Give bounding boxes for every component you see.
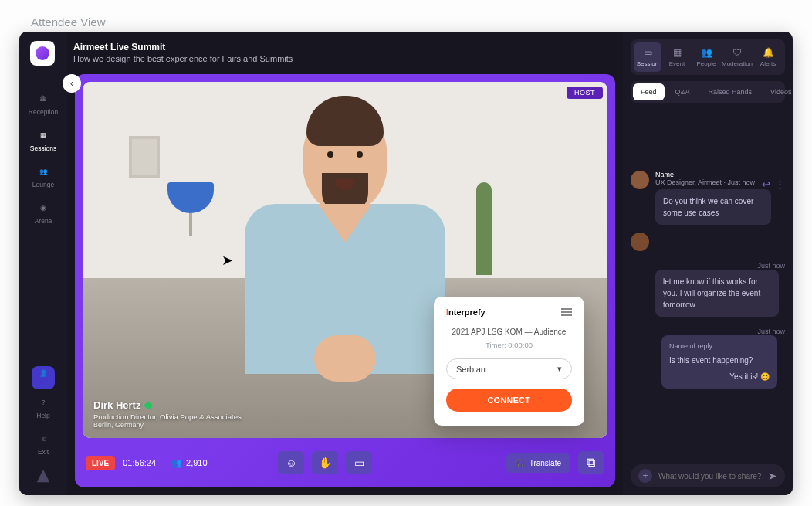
app-window: Airmeet Live Summit How we design the be… <box>19 32 793 495</box>
shield-icon: 🛡 <box>732 47 743 58</box>
nav-arena-label: Arena <box>35 217 52 225</box>
chevron-down-icon: ▾ <box>557 364 562 374</box>
chat-message-3: Name of reply Is this event happening? Y… <box>661 335 777 389</box>
nav-sessions-label: Sessions <box>30 144 57 152</box>
translate-label: Translate <box>529 459 561 467</box>
msg1-time: Just now <box>728 178 756 186</box>
nav-sessions[interactable]: ▦ Sessions <box>23 122 63 158</box>
event-title: Airmeet Live Summit <box>73 42 293 54</box>
speaker-role: Production Director, Olivia Pope & Assoc… <box>93 413 242 421</box>
popup-event-line: 2021 APJ LSG KOM — Audience <box>446 328 572 336</box>
send-button[interactable]: ➤ <box>768 470 777 482</box>
chat-message-1: NameUX Designer, Airmeet · Just now Do y… <box>631 171 785 225</box>
raise-hand-button[interactable]: ✋ <box>312 451 338 474</box>
verified-icon <box>144 401 153 409</box>
translate-popup: Interprefy 2021 APJ LSG KOM — Audience T… <box>434 297 584 426</box>
back-button[interactable]: ‹ <box>63 74 81 93</box>
nav-avatar[interactable]: 👤 <box>32 366 55 389</box>
nav-lounge[interactable]: 👥 Lounge <box>23 158 63 195</box>
pip-button[interactable]: ⧉ <box>578 451 604 474</box>
pip-icon: ⧉ <box>587 456 595 470</box>
tab-moderation[interactable]: 🛡Moderation <box>722 42 753 72</box>
sessions-icon: ▦ <box>36 128 50 142</box>
feed-tab-qa[interactable]: Q&A <box>668 83 698 100</box>
attendee-count: 👥 2,910 <box>171 458 208 468</box>
timestamp-3: Just now <box>631 328 785 335</box>
feed-tab-videos[interactable]: Videos <box>763 83 793 100</box>
reply-answer: Yes it is! 😊 <box>669 371 770 382</box>
emoji-icon: ☺ <box>286 457 296 469</box>
emoji-button[interactable]: ☺ <box>278 451 304 474</box>
interprefy-logo: Interprefy <box>446 307 486 317</box>
add-attachment-button[interactable]: + <box>638 469 652 483</box>
avatar <box>631 171 649 189</box>
more-icon[interactable]: ⋮ <box>775 178 785 190</box>
live-badge: LIVE <box>86 456 115 470</box>
translate-button[interactable]: 🎧 Translate <box>506 453 570 473</box>
host-badge: HOST <box>567 87 603 99</box>
send-icon: ➤ <box>768 470 777 482</box>
chat-avatar-2 <box>631 233 785 251</box>
chevron-left-icon: ‹ <box>70 78 73 89</box>
msg1-name: Name <box>655 171 674 178</box>
session-icon: ▭ <box>642 47 653 58</box>
lounge-icon: 👥 <box>36 165 50 178</box>
bell-icon: 🔔 <box>763 47 773 58</box>
feed-tab-feed[interactable]: Feed <box>633 83 665 100</box>
tab-people[interactable]: 👥People <box>692 42 720 72</box>
tab-session[interactable]: ▭Session <box>634 42 661 72</box>
feed-tabs: Feed Q&A Raised Hands Videos <box>631 81 785 103</box>
reply-icon[interactable]: ↩ <box>762 178 770 190</box>
stage: ➤ HOST Dirk Hertz Production Director, O… <box>75 74 615 487</box>
panel-tabs: ▭Session ▦Event 👥People 🛡Moderation 🔔Ale… <box>631 39 785 75</box>
nav-lounge-label: Lounge <box>32 181 54 188</box>
language-selected: Serbian <box>456 365 486 374</box>
header: Airmeet Live Summit How we design the be… <box>19 32 623 74</box>
nav-brand <box>23 462 63 494</box>
frame-title: Attendee View <box>15 15 797 29</box>
people-tab-icon: 👥 <box>701 47 712 58</box>
right-panel: ▭Session ▦Event 👥People 🛡Moderation 🔔Ale… <box>623 32 793 495</box>
avatar <box>631 233 649 251</box>
bottom-bar: LIVE 01:56:24 👥 2,910 ☺ ✋ ▭ 🎧 Translate <box>83 446 607 480</box>
speaker-name: Dirk Hertz <box>93 399 140 411</box>
nav-help-label: Help <box>36 412 49 419</box>
share-screen-button[interactable]: ▭ <box>346 451 372 474</box>
help-icon: ? <box>36 396 50 409</box>
tab-event[interactable]: ▦Event <box>663 42 691 72</box>
nav-reception[interactable]: 🏛 Reception <box>23 86 63 122</box>
left-nav: 🏛 Reception ▦ Sessions 👥 Lounge ◉ Arena … <box>19 32 67 495</box>
reply-name: Name of reply <box>669 341 770 352</box>
brand-icon <box>35 468 52 485</box>
nav-help[interactable]: ? Help <box>23 389 63 426</box>
reception-icon: 🏛 <box>36 92 50 106</box>
event-icon: ▦ <box>672 47 682 58</box>
tab-alerts[interactable]: 🔔Alerts <box>754 42 782 72</box>
chat-input[interactable] <box>658 472 768 481</box>
feed-tab-raised[interactable]: Raised Hands <box>701 83 760 100</box>
msg1-text: Do you think we can cover some use cases <box>655 189 771 225</box>
chat-input-bar: + ➤ <box>631 464 785 487</box>
exit-icon: ⎋ <box>36 432 50 446</box>
screen-icon: ▭ <box>354 457 364 469</box>
popup-timer: Timer: 0:00:00 <box>446 341 572 349</box>
chat-message-2: let me know if this works for you. I wil… <box>655 270 779 317</box>
headphones-icon: 🎧 <box>516 459 525 467</box>
nav-reception-label: Reception <box>29 108 58 116</box>
stage-wrap: ‹ <box>67 32 623 495</box>
connect-button[interactable]: CONNECT <box>446 389 572 412</box>
reply-question: Is this event happening? <box>669 355 770 366</box>
language-select[interactable]: Serbian ▾ <box>446 358 572 379</box>
msg1-role: UX Designer, Airmeet <box>655 178 722 186</box>
timecode: 01:56:24 <box>123 458 156 467</box>
nav-arena[interactable]: ◉ Arena <box>23 195 63 231</box>
popup-menu-button[interactable] <box>561 308 572 316</box>
timestamp-2: Just now <box>631 262 785 270</box>
arena-icon: ◉ <box>36 201 50 215</box>
speaker-info: Dirk Hertz Production Director, Olivia P… <box>93 399 242 429</box>
people-icon: 👥 <box>171 458 182 468</box>
nav-exit-label: Exit <box>38 448 49 456</box>
speaker-location: Berlin, Germany <box>93 421 242 429</box>
nav-exit[interactable]: ⎋ Exit <box>23 426 63 462</box>
chat-feed: NameUX Designer, Airmeet · Just now Do y… <box>631 109 785 458</box>
